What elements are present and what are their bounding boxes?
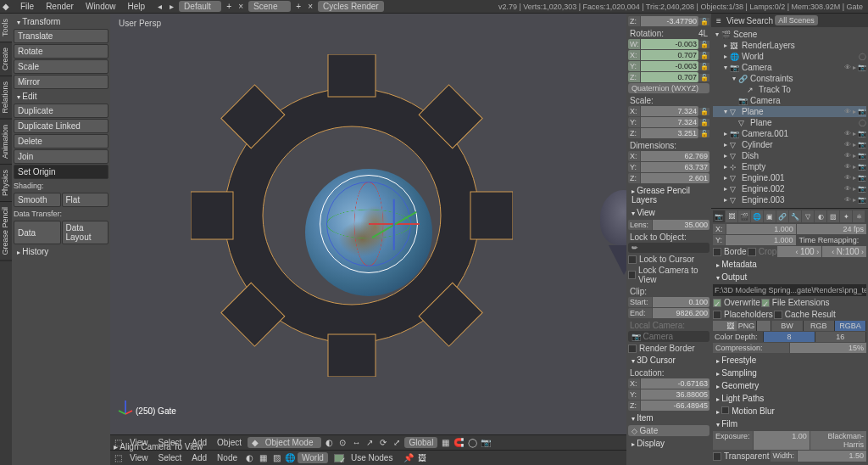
outliner-item-cylinder[interactable]: ▸▽Cylinder👁 ▸ 📷 <box>713 139 866 150</box>
format-dropdown[interactable]: 🖼 PNG <box>713 321 771 331</box>
manip-rotate-icon[interactable]: ⟳ <box>377 437 389 449</box>
fps-field[interactable]: 24 fps <box>797 224 866 234</box>
last-op-label[interactable]: ▸ Align Camera To View <box>114 442 203 451</box>
tab-object-icon[interactable]: ▣ <box>764 210 776 222</box>
outliner-search[interactable]: Search <box>747 16 774 25</box>
tex-type-icon[interactable]: ▨ <box>270 452 282 464</box>
fwd-icon[interactable]: ▸ <box>165 1 177 13</box>
outliner-item-track-to[interactable]: ↗Track To <box>713 84 866 95</box>
outliner-item-engine-001[interactable]: ▸▽Engine.001👁 ▸ 📷 <box>713 172 866 183</box>
rotrep-dropdown[interactable]: Quaternion (WXYZ) <box>628 83 709 93</box>
tab-data-icon[interactable]: ▽ <box>802 210 814 222</box>
tab-scene-icon[interactable]: 🎬 <box>738 210 750 222</box>
render-preview-icon[interactable]: 📷 <box>480 437 492 449</box>
lock-cursor-check[interactable]: Lock to Cursor <box>628 254 709 265</box>
outliner-item-constraints[interactable]: ▾🔗Constraints <box>713 73 866 84</box>
outliner-item-world[interactable]: ▸🌐World◯ <box>713 51 866 62</box>
border-check[interactable]: Borde <box>713 246 747 257</box>
gp-panel[interactable]: Grease Pencil Layers <box>628 184 709 206</box>
manip-scale-icon[interactable]: ⤢ <box>391 437 403 449</box>
cache-check[interactable]: Cache Result <box>774 309 836 320</box>
outliner-filter[interactable]: All Scenes <box>775 15 818 25</box>
cursor-y[interactable]: 36.88005 <box>641 389 709 400</box>
expand-icon[interactable]: ▸ <box>721 53 730 60</box>
world-icon[interactable]: 🌐 <box>284 452 296 464</box>
outliner-icon[interactable]: ≡ <box>713 14 725 26</box>
outliner-item-camera-001[interactable]: ▸📷Camera.001👁 ▸ 📷 <box>713 128 866 139</box>
node-editor-icon[interactable]: ⬚ <box>112 452 124 464</box>
filter-width[interactable]: 1.50 <box>798 451 866 462</box>
menu-window[interactable]: Window <box>81 1 121 12</box>
loc-z[interactable]: -3.47790 <box>641 16 698 26</box>
vtab-create[interactable]: Create <box>0 42 12 76</box>
engine-dropdown[interactable]: Cycles Render <box>318 1 384 12</box>
scene-dropdown[interactable]: Scene <box>248 1 291 12</box>
smooth-button[interactable]: Smooth <box>14 193 61 207</box>
scale-button[interactable]: Scale <box>14 59 108 74</box>
join-button[interactable]: Join <box>14 149 108 164</box>
overwrite-check[interactable]: ✓Overwrite <box>713 297 760 308</box>
outliner-item-plane[interactable]: ▽Plane◯ <box>713 117 866 128</box>
output-panel[interactable]: Output <box>713 271 866 283</box>
lock-icon[interactable]: 🔓 <box>699 18 709 25</box>
add-scene-icon[interactable]: + <box>292 1 304 13</box>
scale-x[interactable]: 7.324 <box>641 106 698 116</box>
expand-icon[interactable]: ▸ <box>721 152 730 160</box>
use-nodes-check[interactable]: ✓Use Nodes <box>330 451 401 464</box>
depth-8[interactable]: 8 <box>764 332 815 342</box>
outliner-item-scene[interactable]: ▾🎬Scene <box>713 29 866 40</box>
scale-z[interactable]: 3.251 <box>641 128 698 138</box>
translate-button[interactable]: Translate <box>14 29 108 43</box>
lens-field[interactable]: 35.000 <box>653 220 709 230</box>
panel-history[interactable]: History <box>14 245 108 258</box>
render-border-check[interactable]: Render Border <box>628 343 709 354</box>
tab-constraint-icon[interactable]: 🔗 <box>776 210 788 222</box>
mirror-button[interactable]: Mirror <box>14 75 108 89</box>
metadata-panel[interactable]: Metadata <box>713 258 866 271</box>
world-dropdown[interactable]: World <box>298 452 328 463</box>
rotate-button[interactable]: Rotate <box>14 44 108 59</box>
shader-type-icon[interactable]: ◐ <box>243 452 255 464</box>
vtab-animation[interactable]: Animation <box>0 120 12 165</box>
rgba-button[interactable]: RGBA <box>835 321 866 331</box>
station-object[interactable] <box>600 190 626 275</box>
cursor-x[interactable]: -0.67163 <box>641 378 709 389</box>
transparent-check[interactable]: Transparent <box>713 451 770 462</box>
display-panel[interactable]: Display <box>628 437 709 450</box>
output-path[interactable]: F:\3D Modeling Spring...gate\Renders\png… <box>713 284 866 296</box>
rot-z[interactable]: 0.707 <box>641 72 698 82</box>
manip-translate-icon[interactable]: ↗ <box>364 437 376 449</box>
film-panel[interactable]: Film <box>713 417 866 430</box>
expand-icon[interactable]: ▸ <box>721 130 730 137</box>
expand-icon[interactable]: ▸ <box>721 185 730 193</box>
tab-render-icon[interactable]: 📷 <box>713 210 725 222</box>
expand-icon[interactable]: ▾ <box>721 64 730 71</box>
tab-physics-icon[interactable]: ⚛ <box>853 210 865 222</box>
clip-start[interactable]: 0.100 <box>653 297 709 307</box>
rgb-button[interactable]: RGB <box>804 321 835 331</box>
flat-button[interactable]: Flat <box>62 193 109 207</box>
clip-end[interactable]: 9826.200 <box>653 308 709 318</box>
del-layout-icon[interactable]: × <box>235 1 247 13</box>
ne-select[interactable]: Select <box>154 452 186 463</box>
proportional-icon[interactable]: ◯ <box>466 437 478 449</box>
expand-icon[interactable]: ▸ <box>721 163 730 171</box>
outliner-item-camera[interactable]: 📷Camera <box>713 95 866 106</box>
ne-node[interactable]: Node <box>213 452 242 463</box>
add-layout-icon[interactable]: + <box>223 1 235 13</box>
lock-cam-check[interactable]: Lock Camera to View <box>628 265 709 285</box>
cursor-z[interactable]: -66.48945 <box>641 401 709 411</box>
expand-icon[interactable]: ▸ <box>721 174 730 182</box>
aspect-y[interactable]: 1.000 <box>726 235 796 245</box>
old-field[interactable]: ‹ 100 › <box>777 246 821 257</box>
dim-x[interactable]: 62.769 <box>641 151 709 161</box>
compression-slider[interactable]: 15% <box>790 343 866 353</box>
expand-icon[interactable]: ▾ <box>730 75 738 82</box>
lockobj-field[interactable]: ✏ <box>628 243 709 253</box>
new-field[interactable]: ‹ N:100 › <box>822 246 866 257</box>
aspect-x[interactable]: 1.000 <box>726 224 796 234</box>
orient-dropdown[interactable]: Global <box>404 437 437 448</box>
3d-viewport[interactable]: User Persp <box>110 14 626 434</box>
vtab-relations[interactable]: Relations <box>0 76 12 120</box>
lightpaths-panel[interactable]: Light Paths <box>713 392 866 405</box>
